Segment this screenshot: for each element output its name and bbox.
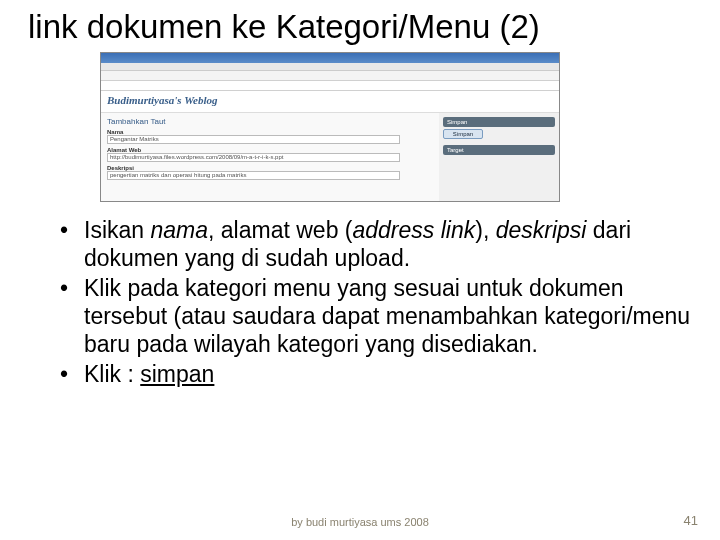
input-alamat[interactable]: http://budimurtiyasa.files.wordpress.com… (107, 153, 400, 162)
weblog-title: Budimurtiyasa's Weblog (107, 94, 553, 106)
browser-toolbar (101, 71, 559, 81)
b1-italic-address: address link (352, 217, 475, 243)
b1-italic-nama: nama (150, 217, 208, 243)
page-number: 41 (684, 513, 698, 528)
screenshot-browser: Budimurtiyasa's Weblog Tambahkan Taut Na… (100, 52, 560, 202)
b3-underline-simpan: simpan (140, 361, 214, 387)
browser-menubar (101, 63, 559, 71)
form-sidebar: Simpan Simpan Target (439, 113, 559, 201)
form-heading: Tambahkan Taut (107, 117, 433, 126)
form-main: Tambahkan Taut Nama Pengantar Matriks Al… (101, 113, 439, 201)
b1-italic-deskripsi: deskripsi (496, 217, 587, 243)
bullet-1: Isikan nama, alamat web (address link), … (60, 216, 692, 272)
slide-title: link dokumen ke Kategori/Menu (2) (28, 8, 692, 46)
b3-text-pre: Klik : (84, 361, 140, 387)
footer-credit: by budi murtiyasa ums 2008 (0, 516, 720, 528)
sidebar-simpan-box: Simpan (443, 117, 555, 127)
input-deskripsi[interactable]: pengertian matriks dan operasi hitung pa… (107, 171, 400, 180)
input-nama[interactable]: Pengantar Matriks (107, 135, 400, 144)
b1-text-pre: Isikan (84, 217, 150, 243)
bullet-2: Klik pada kategori menu yang sesuai untu… (60, 274, 692, 358)
b1-text-mid1: , alamat web ( (208, 217, 352, 243)
bullet-3: Klik : simpan (60, 360, 692, 388)
simpan-button[interactable]: Simpan (443, 129, 483, 139)
sidebar-target-box: Target (443, 145, 555, 155)
browser-addressbar (101, 81, 559, 91)
weblog-header: Budimurtiyasa's Weblog (101, 91, 559, 113)
b1-text-mid2: ), (475, 217, 495, 243)
browser-titlebar (101, 53, 559, 63)
bullet-list: Isikan nama, alamat web (address link), … (28, 216, 692, 388)
